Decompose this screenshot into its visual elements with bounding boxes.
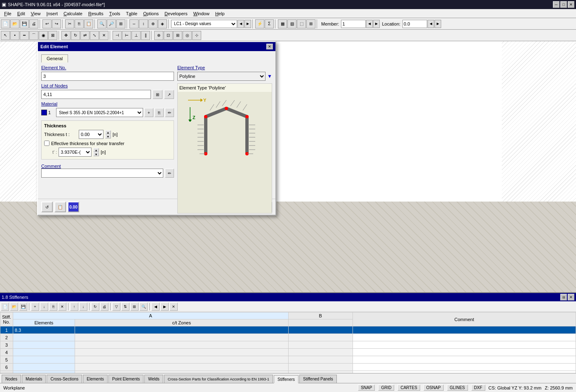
- stiff-copy-btn[interactable]: ⎘: [49, 303, 57, 311]
- more-btn-3[interactable]: ⊕: [148, 19, 158, 28]
- menu-developers[interactable]: Developers: [162, 9, 190, 18]
- eff-spin-down[interactable]: ▼: [93, 152, 99, 156]
- stiff-filter-btn[interactable]: ▽: [112, 303, 120, 311]
- menu-edit[interactable]: Edit: [15, 9, 28, 18]
- maximize-button[interactable]: □: [560, 1, 567, 8]
- dim-btn-2[interactable]: ⊢: [122, 31, 131, 40]
- tab-elements[interactable]: Elements: [83, 375, 108, 383]
- cell-comment[interactable]: [353, 341, 576, 349]
- paste-btn[interactable]: 📋: [84, 19, 93, 28]
- minimize-button[interactable]: ─: [553, 1, 560, 8]
- cell-comment[interactable]: [353, 356, 576, 364]
- dxf-btn[interactable]: DXF: [471, 385, 485, 391]
- element-type-select[interactable]: Polyline: [177, 72, 266, 81]
- calc-btn-1[interactable]: ⚡: [255, 19, 264, 28]
- tab-materials[interactable]: Materials: [22, 375, 46, 383]
- arc-btn[interactable]: ⌒: [29, 31, 38, 40]
- stiff-up-btn[interactable]: ↑: [70, 303, 78, 311]
- cell-b[interactable]: [288, 364, 353, 371]
- table-row[interactable]: 2: [0, 334, 576, 341]
- nodes-view-btn[interactable]: ↗: [164, 90, 174, 99]
- scale-btn[interactable]: ⤡: [90, 31, 99, 40]
- more-btn-4[interactable]: ◈: [158, 19, 167, 28]
- menu-window[interactable]: Window: [191, 9, 212, 18]
- table-row[interactable]: 1 8.3: [0, 326, 576, 334]
- menu-insert[interactable]: Insert: [44, 9, 61, 18]
- tab-nodes[interactable]: Nodes: [2, 375, 21, 383]
- reset-button[interactable]: ↺: [41, 202, 53, 212]
- snap-btn-3[interactable]: ⊞: [173, 31, 182, 40]
- tab-cross-section-parts[interactable]: Cross-Section Parts for Classification A…: [164, 375, 273, 383]
- table-row[interactable]: 6: [0, 364, 576, 371]
- calc-btn-2[interactable]: Σ: [265, 19, 274, 28]
- move-btn[interactable]: ✥: [61, 31, 71, 40]
- stiff-down-btn[interactable]: ↓: [79, 303, 87, 311]
- stiff-search-btn[interactable]: 🔍: [139, 303, 148, 311]
- comment-select[interactable]: [41, 169, 163, 178]
- cell-elements[interactable]: [13, 356, 75, 364]
- thickness-t-spin-down[interactable]: ▼: [105, 134, 111, 138]
- stiffeners-restore-btn[interactable]: ⊟: [560, 294, 567, 300]
- material-edit-btn[interactable]: ✏: [165, 108, 174, 117]
- table-row[interactable]: 3: [0, 341, 576, 349]
- tab-welds[interactable]: Welds: [144, 375, 163, 383]
- member-next[interactable]: ▶: [373, 20, 380, 28]
- view-btn-2[interactable]: ▧: [287, 19, 296, 28]
- dialog-close-button[interactable]: ✕: [266, 44, 273, 49]
- lc-prev-btn[interactable]: ◀: [237, 20, 244, 28]
- cell-elements[interactable]: [13, 334, 75, 341]
- snap-btn-2[interactable]: ⊡: [164, 31, 173, 40]
- cell-b[interactable]: [288, 341, 353, 349]
- redo-btn[interactable]: ↪: [52, 19, 61, 28]
- stiff-col-prev-btn[interactable]: ◀: [151, 303, 160, 311]
- cell-elements[interactable]: [13, 349, 75, 356]
- element-btn[interactable]: ━: [20, 31, 29, 40]
- table-row[interactable]: 5: [0, 356, 576, 364]
- comment-btn[interactable]: ✏: [165, 169, 174, 178]
- cell-ct[interactable]: [75, 326, 288, 334]
- stiff-del-btn[interactable]: ✕: [58, 303, 66, 311]
- menu-tools[interactable]: Tools: [107, 9, 123, 18]
- snap-btn[interactable]: SNAP: [358, 385, 375, 391]
- stiff-group-btn[interactable]: ⊞: [130, 303, 139, 311]
- cell-elements[interactable]: 8.3: [13, 326, 75, 334]
- undo-btn[interactable]: ↩: [42, 19, 52, 28]
- zoom-in-btn[interactable]: 🔍: [97, 19, 106, 28]
- node-btn[interactable]: •: [10, 31, 19, 40]
- element-no-input[interactable]: [41, 72, 174, 81]
- copy-btn[interactable]: ⎘: [75, 19, 84, 28]
- cartes-btn[interactable]: CARTES: [397, 385, 420, 391]
- stiff-add-btn[interactable]: +: [31, 303, 39, 311]
- tab-general[interactable]: General: [41, 54, 68, 63]
- eff-spin-up[interactable]: ▲: [93, 148, 99, 152]
- material-copy-btn[interactable]: ⎘: [155, 108, 164, 117]
- stiff-del2-btn[interactable]: ✕: [169, 303, 178, 311]
- member-field[interactable]: [341, 20, 366, 28]
- save-btn[interactable]: 💾: [20, 19, 29, 28]
- effective-thickness-label[interactable]: Effective thickness for shear transfer: [51, 141, 125, 146]
- weld-btn[interactable]: ⊠: [48, 31, 57, 40]
- material-select[interactable]: Steel S 355 J0 EN 10025-2:2004+1: [56, 108, 143, 117]
- cell-ct[interactable]: [75, 356, 288, 364]
- menu-help[interactable]: Help: [213, 9, 227, 18]
- menu-results[interactable]: Results: [86, 9, 106, 18]
- snap-btn-1[interactable]: ⊕: [154, 31, 163, 40]
- stiff-open-btn[interactable]: 📂: [10, 303, 18, 311]
- thickness-t-spin-up[interactable]: ▲: [105, 130, 111, 134]
- cell-elements[interactable]: [13, 341, 75, 349]
- cell-b[interactable]: [288, 326, 353, 334]
- cell-b[interactable]: [288, 349, 353, 356]
- snap-btn-5[interactable]: ⊹: [192, 31, 201, 40]
- info-button[interactable]: 0.00: [68, 202, 79, 212]
- cell-ct[interactable]: [75, 341, 288, 349]
- del-btn[interactable]: ✕: [99, 31, 108, 40]
- snap-btn-4[interactable]: ◎: [183, 31, 192, 40]
- view-btn-3[interactable]: ⬚: [297, 19, 306, 28]
- effective-thickness-select[interactable]: 3.9370E-(: [59, 148, 92, 157]
- effective-thickness-spinner[interactable]: ▲ ▼: [93, 148, 99, 156]
- glines-btn[interactable]: GLINES: [447, 385, 468, 391]
- open-btn[interactable]: 📂: [10, 19, 19, 28]
- location-next[interactable]: ▶: [435, 20, 441, 28]
- cell-ct[interactable]: [75, 334, 288, 341]
- stiff-refresh-btn[interactable]: ↻: [91, 303, 99, 311]
